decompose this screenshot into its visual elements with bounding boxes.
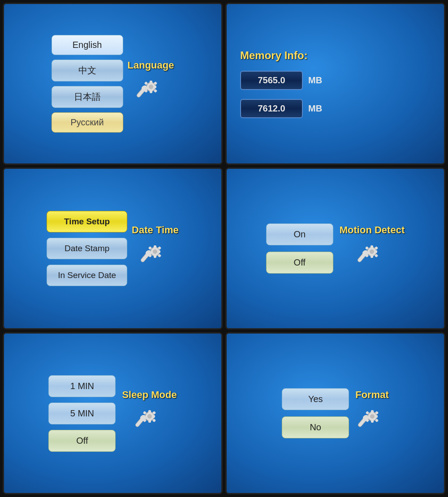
motion-section-label: Motion Detect xyxy=(340,224,405,236)
sleep-buttons-group: 1 MIN 5 MIN Off xyxy=(48,375,116,452)
svg-point-49 xyxy=(370,414,375,419)
language-button-chinese[interactable]: 中文 xyxy=(52,60,123,81)
memory-row-1: 7565.0 MB xyxy=(240,71,322,90)
svg-rect-27 xyxy=(370,255,373,258)
svg-rect-51 xyxy=(371,420,374,423)
svg-rect-53 xyxy=(375,415,378,418)
motion-label-area: Motion Detect xyxy=(340,224,405,273)
memory-value-2: 7612.0 xyxy=(240,99,303,118)
memory-panel: Memory Info: 7565.0 MB 7612.0 MB xyxy=(225,3,445,165)
datetime-buttons-group: Time Setup Date Stamp In Service Date xyxy=(47,211,127,286)
gear-wrench-icon xyxy=(135,75,167,108)
datetime-panel: Time Setup Date Stamp In Service Date Da… xyxy=(3,167,223,330)
motion-panel: On Off Motion Detect xyxy=(225,167,445,330)
memory-title: Memory Info: xyxy=(240,49,308,62)
svg-rect-41 xyxy=(152,415,155,418)
memory-row-2: 7612.0 MB xyxy=(240,99,322,118)
language-buttons-group: English 中文 日本語 Русский xyxy=(52,35,123,133)
sleep-label-area: Sleep Mode xyxy=(122,389,177,437)
svg-rect-14 xyxy=(154,245,156,248)
motion-button-on[interactable]: On xyxy=(266,223,333,245)
format-button-yes[interactable]: Yes xyxy=(282,388,349,410)
memory-unit-1: MB xyxy=(308,75,322,86)
svg-rect-26 xyxy=(370,245,373,248)
svg-point-13 xyxy=(153,249,157,254)
datetime-button-inservicedate[interactable]: In Service Date xyxy=(47,265,127,286)
language-panel: English 中文 日本語 Русский Language xyxy=(3,3,223,165)
memory-unit-2: MB xyxy=(308,103,322,114)
format-gear-wrench-icon xyxy=(357,404,388,437)
sleep-gear-wrench-icon xyxy=(134,404,165,437)
language-button-japanese[interactable]: 日本語 xyxy=(52,86,123,108)
datetime-button-datestamp[interactable]: Date Stamp xyxy=(47,238,127,259)
motion-buttons-group: On Off xyxy=(266,223,333,274)
motion-gear-wrench-icon xyxy=(356,240,388,273)
svg-point-37 xyxy=(147,414,152,419)
svg-rect-29 xyxy=(374,250,377,253)
svg-rect-38 xyxy=(148,410,151,413)
format-buttons-group: Yes No xyxy=(282,388,349,438)
motion-button-off[interactable]: Off xyxy=(266,252,333,274)
svg-rect-5 xyxy=(153,86,156,88)
memory-value-1: 7565.0 xyxy=(240,71,303,90)
language-label-area: Language xyxy=(128,60,174,108)
svg-rect-2 xyxy=(150,81,152,84)
language-button-russian[interactable]: Русский xyxy=(52,112,123,133)
svg-point-25 xyxy=(370,249,374,254)
sleep-button-5min[interactable]: 5 MIN xyxy=(48,403,116,424)
svg-rect-50 xyxy=(371,410,374,413)
sleep-section-label: Sleep Mode xyxy=(122,389,177,401)
datetime-label-area: Date Time xyxy=(132,224,179,273)
sleep-button-1min[interactable]: 1 MIN xyxy=(48,375,116,397)
format-panel: Yes No Format xyxy=(225,332,445,494)
svg-rect-17 xyxy=(157,250,160,253)
svg-rect-15 xyxy=(154,255,156,258)
format-button-no[interactable]: No xyxy=(282,416,349,438)
datetime-gear-wrench-icon xyxy=(139,240,171,273)
svg-point-1 xyxy=(149,85,153,89)
format-label-area: Format xyxy=(355,389,389,437)
svg-rect-39 xyxy=(148,420,151,423)
datetime-section-label: Date Time xyxy=(132,224,179,236)
datetime-button-timesetup[interactable]: Time Setup xyxy=(47,211,127,232)
svg-rect-3 xyxy=(150,90,152,93)
sleep-panel: 1 MIN 5 MIN Off Sleep Mode xyxy=(3,332,223,494)
format-section-label: Format xyxy=(355,389,389,401)
language-section-label: Language xyxy=(128,60,174,71)
sleep-button-off[interactable]: Off xyxy=(48,430,116,452)
language-button-english[interactable]: English xyxy=(52,35,123,55)
